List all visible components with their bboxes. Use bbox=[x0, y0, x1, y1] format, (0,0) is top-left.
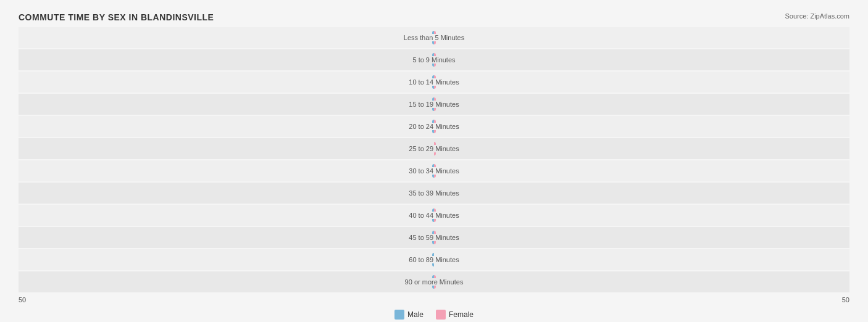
female-value: 14 bbox=[438, 212, 451, 219]
legend: Male Female bbox=[19, 310, 849, 320]
bar-row: 1090 or more Minutes3 bbox=[19, 271, 849, 292]
right-section: 0 bbox=[434, 249, 849, 270]
female-value: 0 bbox=[436, 256, 449, 263]
female-bar bbox=[434, 275, 436, 289]
chart-container: COMMUTE TIME BY SEX IN BLANDINSVILLE Sou… bbox=[12, 6, 856, 322]
left-section: 3 bbox=[19, 72, 434, 93]
bar-row: 1145 to 59 Minutes9 bbox=[19, 227, 849, 248]
left-section: 47 bbox=[19, 116, 434, 137]
left-section: 8 bbox=[19, 249, 434, 270]
left-section: 20 bbox=[19, 205, 434, 226]
female-value: 15 bbox=[438, 145, 451, 152]
female-bar bbox=[434, 53, 436, 67]
right-section: 14 bbox=[434, 205, 849, 226]
female-value: 11 bbox=[438, 34, 451, 41]
female-bar bbox=[434, 31, 436, 44]
bar-row: 025 to 29 Minutes15 bbox=[19, 138, 849, 159]
female-bar bbox=[434, 120, 436, 133]
axis-left-label: 50 bbox=[19, 296, 26, 303]
right-section: 11 bbox=[434, 27, 849, 48]
right-section: 9 bbox=[434, 49, 849, 70]
right-section: 20 bbox=[434, 94, 849, 115]
female-bar bbox=[434, 75, 436, 89]
female-value: 22 bbox=[438, 167, 451, 175]
bar-row: 035 to 39 Minutes0 bbox=[19, 183, 849, 204]
legend-female: Female bbox=[436, 310, 474, 320]
female-bar bbox=[434, 164, 436, 178]
female-value: 0 bbox=[436, 189, 449, 197]
right-section: 15 bbox=[434, 116, 849, 137]
male-value: 8 bbox=[417, 256, 430, 263]
left-section: 12 bbox=[19, 94, 434, 115]
left-section: 10 bbox=[19, 271, 434, 292]
chart-title: COMMUTE TIME BY SEX IN BLANDINSVILLE bbox=[19, 12, 214, 22]
female-value: 15 bbox=[438, 123, 451, 130]
bar-row: 4130 to 34 Minutes22 bbox=[19, 160, 849, 181]
female-bar bbox=[434, 231, 436, 244]
male-value: 4 bbox=[417, 34, 430, 41]
right-section: 22 bbox=[434, 160, 849, 181]
legend-female-box bbox=[436, 310, 446, 320]
right-section: 0 bbox=[434, 183, 849, 204]
female-bar bbox=[434, 208, 436, 222]
male-value: 20 bbox=[417, 212, 430, 219]
legend-male: Male bbox=[394, 310, 424, 320]
bar-row: 310 to 14 Minutes4 bbox=[19, 72, 849, 93]
left-section: 0 bbox=[19, 138, 434, 159]
bar-row: 860 to 89 Minutes0 bbox=[19, 249, 849, 270]
left-section: 11 bbox=[19, 227, 434, 248]
female-bar bbox=[434, 97, 436, 111]
female-value: 20 bbox=[438, 101, 451, 108]
axis-labels: 50 50 bbox=[19, 294, 849, 306]
left-section: 4 bbox=[19, 27, 434, 48]
male-value: 47 bbox=[417, 123, 430, 130]
legend-male-box bbox=[394, 310, 404, 320]
chart-header: COMMUTE TIME BY SEX IN BLANDINSVILLE Sou… bbox=[19, 12, 849, 22]
female-value: 3 bbox=[438, 278, 451, 286]
female-value: 4 bbox=[438, 78, 451, 86]
female-value: 9 bbox=[438, 234, 451, 241]
right-section: 15 bbox=[434, 138, 849, 159]
male-value: 0 bbox=[419, 189, 432, 197]
female-value: 9 bbox=[438, 56, 451, 64]
left-section: 3 bbox=[19, 49, 434, 70]
right-section: 3 bbox=[434, 271, 849, 292]
chart-source: Source: ZipAtlas.com bbox=[785, 12, 849, 20]
legend-female-label: Female bbox=[449, 310, 474, 319]
bar-row: 4720 to 24 Minutes15 bbox=[19, 116, 849, 137]
legend-male-label: Male bbox=[407, 310, 424, 319]
right-section: 9 bbox=[434, 227, 849, 248]
right-section: 4 bbox=[434, 72, 849, 93]
male-value: 41 bbox=[417, 167, 430, 175]
left-section: 41 bbox=[19, 160, 434, 181]
male-value: 3 bbox=[417, 56, 430, 64]
male-value: 3 bbox=[417, 78, 430, 86]
bar-row: 2040 to 44 Minutes14 bbox=[19, 205, 849, 226]
left-section: 0 bbox=[19, 183, 434, 204]
bar-row: 4Less than 5 Minutes11 bbox=[19, 27, 849, 48]
female-bar bbox=[434, 142, 436, 155]
male-value: 10 bbox=[417, 278, 430, 286]
male-value: 0 bbox=[419, 145, 432, 152]
axis-right-label: 50 bbox=[842, 296, 849, 303]
bar-row: 35 to 9 Minutes9 bbox=[19, 49, 849, 70]
bar-row: 1215 to 19 Minutes20 bbox=[19, 94, 849, 115]
chart-body: 4Less than 5 Minutes1135 to 9 Minutes931… bbox=[19, 27, 849, 294]
male-value: 11 bbox=[417, 234, 430, 241]
male-value: 12 bbox=[417, 101, 430, 108]
